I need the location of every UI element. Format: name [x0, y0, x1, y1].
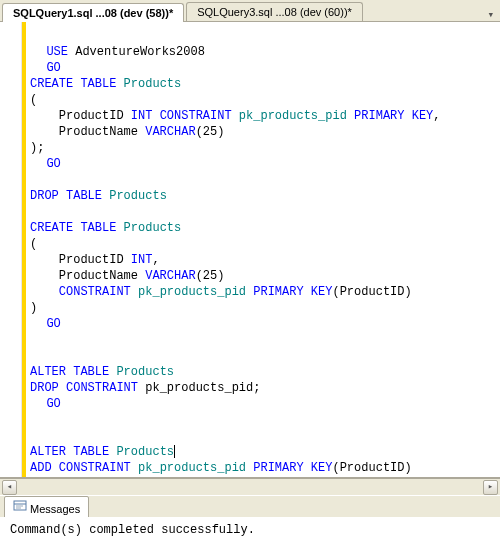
text-cursor	[174, 445, 175, 458]
editor: USE AdventureWorks2008 GO -CREATE TABLE …	[0, 22, 500, 478]
messages-icon	[13, 499, 27, 513]
fold-gutter	[0, 22, 22, 477]
sql-code-area[interactable]: USE AdventureWorks2008 GO -CREATE TABLE …	[26, 22, 500, 477]
messages-output[interactable]: Command(s) completed successfully.	[0, 517, 500, 549]
scroll-left-icon[interactable]: ◂	[2, 480, 17, 495]
results-pane-tabs: Messages	[0, 495, 500, 517]
horizontal-scrollbar[interactable]: ◂ ▸	[0, 478, 500, 495]
tab-sqlquery1[interactable]: SQLQuery1.sql ...08 (dev (58))*	[2, 3, 184, 22]
scroll-right-icon[interactable]: ▸	[483, 480, 498, 495]
document-tab-bar: SQLQuery1.sql ...08 (dev (58))* SQLQuery…	[0, 0, 500, 22]
messages-text: Command(s) completed successfully.	[10, 523, 255, 537]
tab-sqlquery3[interactable]: SQLQuery3.sql ...08 (dev (60))*	[186, 2, 363, 21]
messages-tab-label: Messages	[30, 503, 80, 515]
messages-tab[interactable]: Messages	[4, 496, 89, 518]
tab-overflow-icon[interactable]: ▾	[481, 8, 500, 21]
